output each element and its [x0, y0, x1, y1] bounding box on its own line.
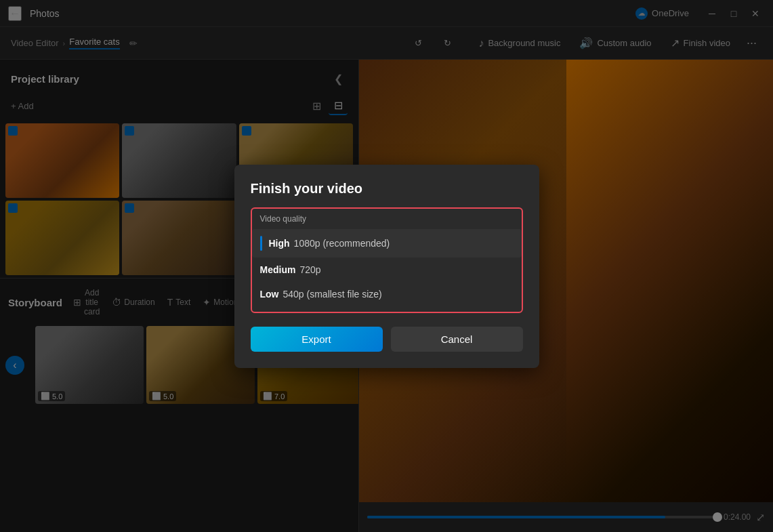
modal-actions: Export Cancel — [251, 327, 523, 352]
quality-high-name: High — [269, 238, 290, 249]
quality-box-label: Video quality — [252, 214, 522, 229]
modal-overlay: Finish your video Video quality High 108… — [0, 0, 773, 532]
quality-low-desc: 540p (smallest file size) — [283, 289, 382, 300]
quality-option-medium[interactable]: Medium 720p — [252, 258, 522, 282]
cancel-button[interactable]: Cancel — [391, 327, 523, 352]
modal-title: Finish your video — [251, 181, 523, 197]
quality-medium-name: Medium — [260, 264, 296, 275]
export-button[interactable]: Export — [251, 327, 383, 352]
finish-video-modal: Finish your video Video quality High 108… — [234, 165, 539, 368]
quality-high-desc: 1080p (recommended) — [294, 238, 390, 249]
quality-medium-desc: 720p — [299, 264, 320, 275]
selected-indicator — [260, 236, 262, 251]
quality-option-low[interactable]: Low 540p (smallest file size) — [252, 282, 522, 306]
quality-option-high[interactable]: High 1080p (recommended) — [252, 229, 522, 258]
quality-selection-box: Video quality High 1080p (recommended) M… — [251, 207, 523, 313]
quality-low-name: Low — [260, 289, 279, 300]
